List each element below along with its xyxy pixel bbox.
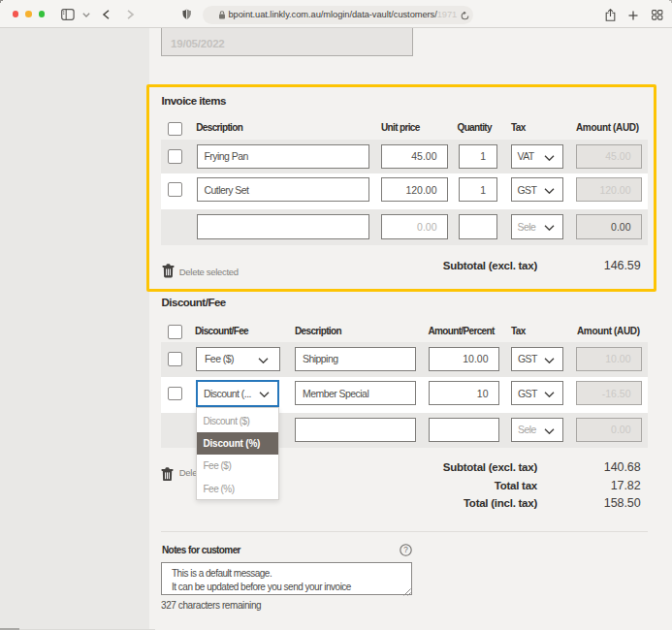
svg-text:?: ? [403,546,408,554]
